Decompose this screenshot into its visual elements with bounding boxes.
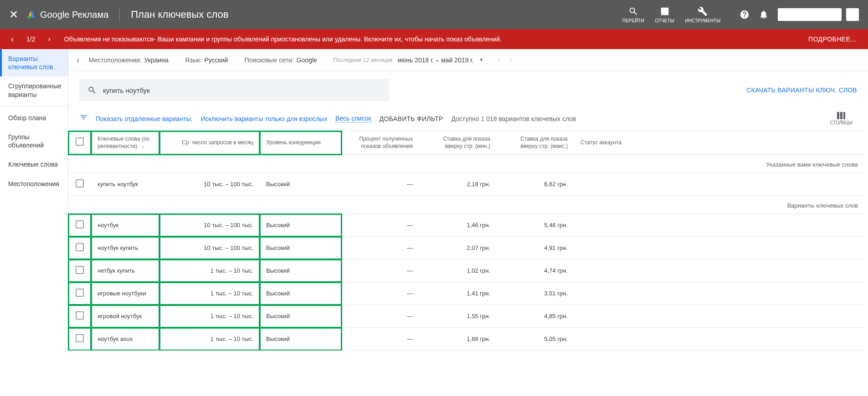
cell-status bbox=[574, 282, 864, 305]
search-box[interactable] bbox=[79, 79, 389, 101]
network-value[interactable]: Google bbox=[297, 56, 317, 64]
collapse-sidebar-icon[interactable]: ‹ bbox=[77, 55, 80, 65]
cell-competition: Высокий bbox=[260, 328, 342, 350]
cell-keyword: ноутбук asus bbox=[91, 328, 159, 350]
cell-bid-min: 1,68 грн. bbox=[419, 328, 497, 350]
instruments-tool[interactable]: ИНСТРУМЕНТЫ bbox=[685, 6, 720, 23]
table-row: игровой ноутбук1 тыс. – 10 тыс.Высокий—1… bbox=[68, 305, 864, 328]
cell-checkbox[interactable] bbox=[68, 214, 91, 237]
location-value[interactable]: Украина bbox=[144, 56, 169, 64]
row-checkbox[interactable] bbox=[76, 179, 84, 188]
language-value[interactable]: Русский bbox=[204, 56, 228, 64]
topbar: ✕ Google Реклама План ключевых слов ПЕРЕ… bbox=[0, 0, 868, 29]
header-avg-searches[interactable]: Ср. число запросов в месяц bbox=[159, 131, 260, 155]
cell-competition: Высокий bbox=[260, 214, 342, 237]
row-checkbox[interactable] bbox=[76, 334, 84, 342]
columns-icon bbox=[837, 112, 845, 119]
product-name: Google Реклама bbox=[40, 10, 108, 20]
google-ads-icon bbox=[26, 10, 36, 20]
row-checkbox[interactable] bbox=[76, 243, 84, 251]
product-logo[interactable]: Google Реклама bbox=[26, 10, 108, 20]
cell-avg: 10 тыс. – 100 тыс. bbox=[159, 214, 260, 237]
table-row: нетбук купить1 тыс. – 10 тыс.Высокий—1,0… bbox=[68, 259, 864, 282]
cell-checkbox[interactable] bbox=[68, 305, 91, 328]
control-row: Показать отдаленные варианты; Исключить … bbox=[68, 109, 868, 131]
cell-impression: — bbox=[342, 214, 419, 237]
header-impression-share[interactable]: Процент полученных показов объявления bbox=[342, 131, 419, 155]
period-dropdown-icon[interactable]: ▼ bbox=[479, 57, 483, 62]
exclude-adult-link[interactable]: Исключить варианты только для взрослых bbox=[201, 115, 327, 122]
cell-keyword: игровой ноутбук bbox=[91, 305, 159, 328]
cell-status bbox=[574, 237, 864, 259]
cell-checkbox[interactable] bbox=[68, 237, 91, 259]
cell-checkbox[interactable] bbox=[68, 282, 91, 305]
sidebar-item-plan-overview[interactable]: Обзор плана bbox=[0, 108, 68, 127]
period-next-icon[interactable]: › bbox=[510, 56, 512, 64]
sidebar: Варианты ключевых слов Сгруппированные в… bbox=[0, 49, 68, 350]
location-label: Местоположения: bbox=[89, 56, 142, 64]
close-icon[interactable]: ✕ bbox=[9, 8, 18, 21]
reports-tool[interactable]: ОТЧЕТЫ bbox=[655, 6, 674, 23]
cell-competition: Высокий bbox=[260, 259, 342, 282]
filter-icon[interactable] bbox=[79, 113, 87, 124]
cell-checkbox[interactable] bbox=[68, 173, 91, 196]
header-keyword[interactable]: Ключевые слова (по релевантности) ↓ bbox=[91, 131, 159, 155]
alert-bar: ‹ 1/2 › Объявления не показываются - Ваш… bbox=[0, 29, 868, 49]
cell-impression: — bbox=[342, 173, 419, 196]
cell-avg: 1 тыс. – 10 тыс. bbox=[159, 282, 260, 305]
cell-bid-min: 1,02 грн. bbox=[419, 259, 497, 282]
search-input[interactable] bbox=[103, 86, 381, 94]
show-remote-link[interactable]: Показать отдаленные варианты; bbox=[96, 115, 193, 122]
header-bid-min[interactable]: Ставка для показа вверху стр. (мин.) bbox=[419, 131, 497, 155]
account-avatar[interactable] bbox=[846, 8, 859, 21]
row-checkbox[interactable] bbox=[76, 266, 84, 274]
sidebar-item-keyword-variants[interactable]: Варианты ключевых слов bbox=[0, 49, 68, 76]
cell-bid-max: 6,62 грн. bbox=[497, 173, 574, 196]
header-bid-max[interactable]: Ставка для показа вверху стр. (макс.) bbox=[497, 131, 574, 155]
bell-icon[interactable] bbox=[759, 10, 769, 20]
full-list-link[interactable]: Весь список bbox=[335, 115, 371, 122]
cell-checkbox[interactable] bbox=[68, 328, 91, 350]
columns-button[interactable]: СТОЛБЦЫ bbox=[830, 112, 853, 125]
sidebar-item-ad-groups[interactable]: Группы объявлений bbox=[0, 127, 68, 155]
table-row: ноутбук asus1 тыс. – 10 тыс.Высокий—1,68… bbox=[68, 328, 864, 350]
cell-status bbox=[574, 173, 864, 196]
help-icon[interactable] bbox=[740, 10, 750, 20]
sidebar-item-locations[interactable]: Местоположения bbox=[0, 174, 68, 193]
alert-more-link[interactable]: ПОДРОБНЕЕ… bbox=[808, 36, 857, 43]
sidebar-item-grouped-variants[interactable]: Сгруппированные варианты bbox=[0, 76, 68, 104]
available-count: Доступно 1 018 вариантов ключевых слов bbox=[451, 115, 576, 122]
period-prev-icon[interactable]: ‹ bbox=[498, 56, 500, 64]
cell-status bbox=[574, 328, 864, 350]
sidebar-item-keywords[interactable]: Ключевые слова bbox=[0, 155, 68, 174]
alert-prev-icon[interactable]: ‹ bbox=[11, 35, 14, 44]
cell-competition: Высокий bbox=[260, 173, 342, 196]
row-checkbox[interactable] bbox=[76, 289, 84, 297]
cell-status bbox=[574, 214, 864, 237]
cell-bid-min: 1,41 грн. bbox=[419, 282, 497, 305]
row-checkbox[interactable] bbox=[76, 311, 84, 320]
period-value[interactable]: июнь 2018 г. – май 2019 г. bbox=[398, 56, 474, 64]
header-checkbox[interactable] bbox=[68, 131, 91, 155]
period-label: Последние 12 месяцев bbox=[334, 57, 392, 63]
download-link[interactable]: СКАЧАТЬ ВАРИАНТЫ КЛЮЧ. СЛОВ bbox=[746, 86, 857, 94]
cell-impression: — bbox=[342, 259, 419, 282]
alert-next-icon[interactable]: › bbox=[48, 35, 50, 43]
cell-bid-max: 4,74 грн. bbox=[497, 259, 574, 282]
add-filter-button[interactable]: ДОБАВИТЬ ФИЛЬТР bbox=[380, 115, 443, 122]
cell-checkbox[interactable] bbox=[68, 259, 91, 282]
right-icons bbox=[740, 10, 769, 20]
cell-status bbox=[574, 305, 864, 328]
cell-impression: — bbox=[342, 305, 419, 328]
wrench-icon bbox=[698, 6, 708, 16]
section-row: Варианты ключевых слов bbox=[68, 196, 864, 214]
go-tool[interactable]: ПЕРЕЙТИ bbox=[622, 6, 644, 23]
cell-bid-max: 3,51 грн. bbox=[497, 282, 574, 305]
keyword-table: Ключевые слова (по релевантности) ↓ Ср. … bbox=[68, 131, 864, 350]
cell-bid-max: 4,85 грн. bbox=[497, 305, 574, 328]
row-checkbox[interactable] bbox=[76, 220, 84, 228]
account-chip[interactable] bbox=[778, 8, 842, 21]
header-competition[interactable]: Уровень конкуренции bbox=[260, 131, 342, 155]
section-label: Указанные вами ключевые слова bbox=[68, 155, 864, 173]
header-account-status[interactable]: Статус аккаунта bbox=[574, 131, 864, 155]
